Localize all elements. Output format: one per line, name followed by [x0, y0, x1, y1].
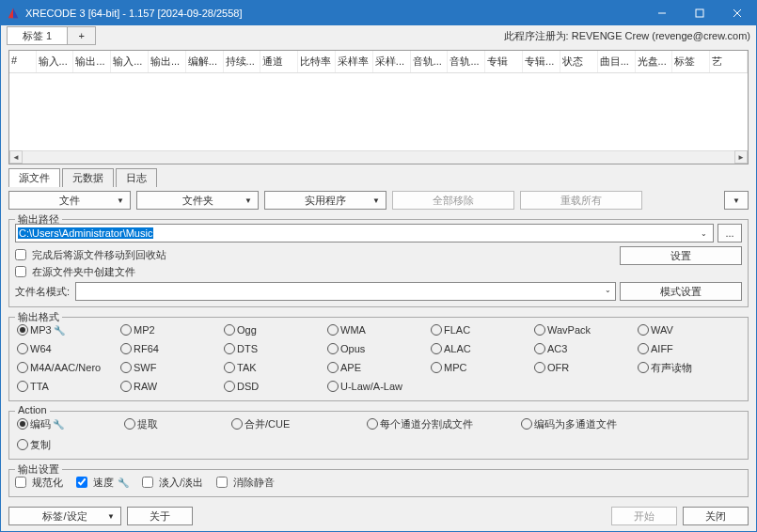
grid-column-header[interactable]: 艺 — [710, 51, 748, 72]
extra-dropdown[interactable]: ▼ — [724, 191, 749, 210]
scroll-track[interactable] — [23, 150, 734, 164]
grid-column-header[interactable]: 输出... — [73, 51, 111, 72]
grid-body[interactable] — [9, 73, 748, 150]
grid-column-header[interactable]: 标签 — [672, 51, 710, 72]
format-option[interactable]: FLAC — [429, 321, 532, 338]
action-option[interactable]: 编码🔧 — [15, 415, 118, 432]
grid-column-header[interactable]: 曲目... — [598, 51, 636, 72]
grid-column-header[interactable]: 状态 — [560, 51, 598, 72]
output-settings-label: 输出设置 — [15, 462, 62, 477]
action-option[interactable]: 合并/CUE — [229, 415, 361, 432]
format-option[interactable]: APE — [325, 359, 429, 376]
toolbar: 文件▼ 文件夹▼ 实用程序▼ 全部移除 重载所有 ▼ — [8, 191, 749, 210]
format-option[interactable]: DSD — [222, 378, 325, 395]
chevron-down-icon: ⌄ — [605, 286, 611, 294]
action-option[interactable]: 每个通道分割成文件 — [365, 415, 515, 432]
remove-all-button[interactable]: 全部移除 — [392, 191, 514, 210]
tag-settings-dropdown[interactable]: 标签/设定▼ — [8, 507, 121, 525]
speed-checkbox[interactable] — [76, 477, 87, 488]
grid-column-header[interactable]: 音轨... — [411, 51, 449, 72]
format-option[interactable]: Ogg — [222, 321, 325, 338]
silence-checkbox[interactable] — [216, 477, 228, 488]
format-option[interactable]: WAV — [636, 321, 739, 338]
format-option[interactable]: MPC — [429, 359, 532, 376]
scroll-left-arrow[interactable]: ◄ — [9, 150, 23, 164]
svg-marker-1 — [13, 8, 18, 19]
action-option[interactable]: 编码为多通道文件 — [519, 415, 670, 432]
close-app-button[interactable]: 关闭 — [683, 507, 749, 525]
grid-column-header[interactable]: 光盘... — [636, 51, 673, 72]
format-option[interactable]: ALAC — [429, 340, 532, 357]
tab-log[interactable]: 日志 — [116, 168, 157, 187]
grid-column-header[interactable]: 持续... — [224, 51, 261, 72]
format-option[interactable]: Opus — [325, 340, 429, 357]
utility-dropdown[interactable]: 实用程序▼ — [264, 191, 386, 210]
path-settings-button[interactable]: 设置 — [620, 246, 742, 265]
format-option[interactable]: RF64 — [118, 340, 222, 357]
add-tab-button[interactable]: + — [68, 26, 96, 45]
grid-column-header[interactable]: 输出... — [149, 51, 186, 72]
grid-column-header[interactable]: 专辑 — [485, 51, 523, 72]
project-tab[interactable]: 标签 1 — [7, 26, 68, 45]
format-option[interactable]: 有声读物 — [636, 359, 739, 376]
output-format-group: 输出格式 MP3🔧MP2OggWMAFLACWavPackWAVW64RF64D… — [8, 317, 749, 401]
grid-column-header[interactable]: 比特率 — [298, 51, 336, 72]
file-dropdown[interactable]: 文件▼ — [8, 191, 131, 210]
format-option[interactable]: M4A/AAC/Nero — [15, 359, 118, 376]
format-option[interactable]: WavPack — [532, 321, 636, 338]
grid-column-header[interactable]: 输入... — [111, 51, 149, 72]
grid-column-header[interactable]: 编解... — [186, 51, 224, 72]
grid-column-header[interactable]: 采样... — [373, 51, 411, 72]
chevron-down-icon: ▼ — [244, 196, 252, 205]
registration-bar: 标签 1 + 此程序注册为: REVENGE Crew (revenge@cre… — [1, 25, 756, 46]
reset-all-button[interactable]: 重载所有 — [520, 191, 642, 210]
format-option[interactable]: AIFF — [636, 340, 739, 357]
normalize-checkbox[interactable] — [15, 477, 26, 488]
format-option[interactable]: SWF — [118, 359, 222, 376]
format-option[interactable]: TTA — [15, 378, 118, 395]
format-option[interactable]: U-Law/A-Law — [325, 378, 429, 395]
format-option[interactable]: RAW — [118, 378, 222, 395]
action-label: Action — [15, 404, 50, 415]
format-option[interactable]: DTS — [222, 340, 325, 357]
output-path-input[interactable]: C:\Users\Administrator\Music ⌄ — [15, 224, 714, 243]
fade-checkbox[interactable] — [142, 477, 153, 488]
grid-column-header[interactable]: # — [9, 51, 37, 72]
wrench-icon[interactable]: 🔧 — [54, 325, 65, 336]
format-option[interactable]: AC3 — [532, 340, 636, 357]
browse-button[interactable]: ... — [718, 224, 742, 243]
create-in-source-checkbox[interactable] — [15, 266, 26, 277]
format-option[interactable]: W64 — [15, 340, 118, 357]
grid-column-header[interactable]: 音轨... — [448, 51, 485, 72]
action-option[interactable]: 复制 — [15, 436, 90, 453]
filename-pattern-input[interactable]: ⌄ — [75, 282, 616, 301]
close-button[interactable] — [718, 1, 756, 25]
wrench-icon[interactable]: 🔧 — [118, 477, 129, 488]
maximize-button[interactable] — [681, 1, 718, 25]
chevron-down-icon: ▼ — [107, 512, 115, 521]
about-button[interactable]: 关于 — [127, 507, 193, 525]
grid-column-header[interactable]: 输入... — [37, 51, 74, 72]
action-option[interactable]: 提取 — [122, 415, 226, 432]
tab-source[interactable]: 源文件 — [8, 168, 60, 187]
app-window: XRECODE 3 [64-bit] - 1.157 [2024-09-28/2… — [0, 0, 757, 532]
recycle-checkbox[interactable] — [15, 249, 26, 260]
pattern-label: 文件名模式: — [15, 285, 71, 299]
grid-column-header[interactable]: 通道 — [260, 51, 298, 72]
file-grid[interactable]: #输入...输出...输入...输出...编解...持续...通道比特率采样率采… — [8, 50, 749, 164]
format-option[interactable]: TAK — [222, 359, 325, 376]
format-option[interactable]: OFR — [532, 359, 636, 376]
tab-metadata[interactable]: 元数据 — [62, 168, 114, 187]
grid-h-scrollbar[interactable]: ◄ ► — [9, 150, 748, 164]
grid-column-header[interactable]: 采样率 — [336, 51, 373, 72]
start-button[interactable]: 开始 — [611, 507, 677, 525]
format-option[interactable]: MP2 — [118, 321, 222, 338]
wrench-icon[interactable]: 🔧 — [53, 419, 64, 430]
app-icon — [7, 7, 20, 20]
folder-dropdown[interactable]: 文件夹▼ — [136, 191, 259, 210]
scroll-right-arrow[interactable]: ► — [734, 150, 748, 164]
pattern-settings-button[interactable]: 模式设置 — [620, 282, 742, 301]
format-option[interactable]: WMA — [325, 321, 429, 338]
minimize-button[interactable] — [643, 1, 681, 25]
grid-column-header[interactable]: 专辑... — [523, 51, 560, 72]
